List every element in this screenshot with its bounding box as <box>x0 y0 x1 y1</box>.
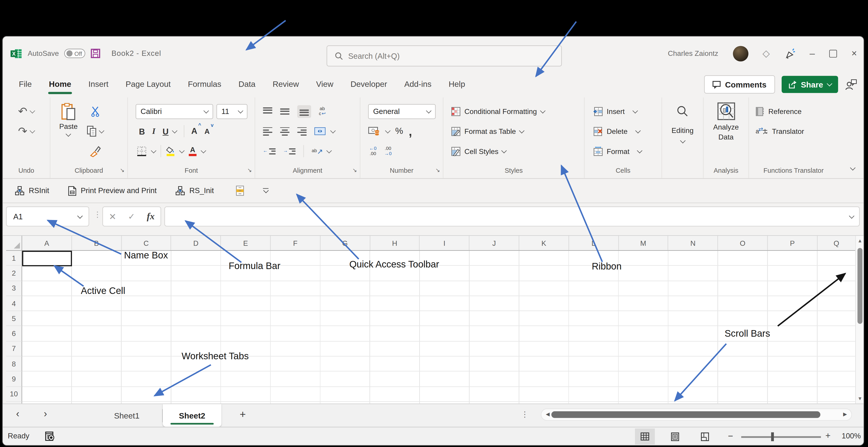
tab-page-layout[interactable]: Page Layout <box>125 76 172 92</box>
chevron-down-icon[interactable] <box>327 148 332 153</box>
zoom-out-button[interactable]: − <box>728 431 733 441</box>
format-as-table-button[interactable]: Format as Table <box>451 126 524 136</box>
grid-cells-row[interactable] <box>22 281 855 296</box>
column-header[interactable]: G <box>320 236 370 250</box>
zoom-in-button[interactable]: + <box>825 431 831 441</box>
align-top-icon[interactable] <box>263 107 273 116</box>
close-button[interactable]: × <box>851 48 857 59</box>
column-header[interactable]: N <box>668 236 718 250</box>
row-header[interactable]: 6 <box>6 326 22 342</box>
column-header[interactable]: M <box>619 236 668 250</box>
increase-indent-icon[interactable]: → <box>283 147 296 155</box>
avatar[interactable] <box>733 46 748 61</box>
enter-icon[interactable]: ✓ <box>128 212 135 221</box>
sheet-tab-sheet2-active[interactable]: Sheet2 <box>163 404 222 427</box>
column-header[interactable]: K <box>519 236 569 250</box>
delete-cells-button[interactable]: Delete <box>593 126 640 136</box>
tab-formulas[interactable]: Formulas <box>187 76 222 92</box>
zoom-slider-track[interactable] <box>741 436 821 438</box>
previous-sheet-icon[interactable]: ‹ <box>16 408 20 419</box>
ribbon-group-editing[interactable]: Editing <box>662 97 704 178</box>
qat-overflow-button[interactable] <box>263 188 269 193</box>
column-header[interactable]: Q <box>817 236 855 250</box>
scroll-down-icon[interactable]: ▼ <box>856 396 864 401</box>
wrap-text-icon[interactable]: ab c ↩ <box>319 106 326 117</box>
redo-icon[interactable]: ↷ <box>18 126 27 137</box>
number-format-select[interactable]: General <box>368 104 436 119</box>
column-header[interactable]: F <box>271 236 320 250</box>
row-header[interactable]: 7 <box>6 342 22 357</box>
page-layout-view-button[interactable] <box>665 428 685 445</box>
qat-rsinit-button[interactable]: RSInit <box>15 186 49 196</box>
column-header[interactable]: D <box>171 236 221 250</box>
grid-cells-row[interactable] <box>22 402 855 403</box>
chevron-down-icon[interactable] <box>151 148 156 153</box>
tab-home[interactable]: Home <box>48 76 72 92</box>
grid-cells-row[interactable] <box>22 311 855 326</box>
name-box[interactable]: A1 <box>6 206 89 226</box>
increase-decimal-button[interactable]: ←0 .00 <box>369 146 376 156</box>
grid-cells-row[interactable] <box>22 342 855 357</box>
cut-scissors-icon[interactable] <box>90 106 101 117</box>
row-header[interactable]: 1 <box>6 251 22 266</box>
tab-developer[interactable]: Developer <box>349 76 388 92</box>
merge-center-icon[interactable] <box>314 127 326 135</box>
column-header[interactable]: H <box>370 236 420 250</box>
copy-icon[interactable] <box>87 126 97 137</box>
decrease-indent-icon[interactable]: ← <box>263 147 275 155</box>
share-button[interactable]: Share <box>781 76 838 93</box>
active-cell-a1[interactable] <box>22 251 72 266</box>
next-sheet-icon[interactable]: › <box>44 408 47 419</box>
tab-help[interactable]: Help <box>447 76 466 92</box>
percent-style-button[interactable]: % <box>395 126 403 136</box>
cancel-icon[interactable]: ✕ <box>109 211 116 222</box>
tab-file[interactable]: File <box>18 76 33 92</box>
page-break-preview-button[interactable] <box>695 428 715 445</box>
insert-cells-button[interactable]: Insert <box>593 106 637 116</box>
chevron-down-icon[interactable] <box>201 148 206 153</box>
comments-button[interactable]: Comments <box>704 75 775 94</box>
translator-button[interactable]: Translator <box>772 127 804 135</box>
row-header[interactable]: 10 <box>6 387 22 402</box>
qat-rs-init-button[interactable]: RS_Init <box>176 186 214 196</box>
dialog-launcher-icon[interactable]: ↘ <box>120 167 125 173</box>
cell-styles-button[interactable]: Cell Styles <box>451 147 506 156</box>
decrease-font-button[interactable]: A v <box>205 126 210 136</box>
scroll-up-icon[interactable]: ▲ <box>856 238 864 244</box>
minimize-button[interactable]: – <box>810 48 815 59</box>
insert-function-icon[interactable]: fx <box>147 211 155 222</box>
column-header[interactable]: E <box>221 236 271 250</box>
grid-cells-row[interactable] <box>22 387 855 402</box>
chevron-down-icon[interactable] <box>30 108 35 113</box>
chevron-down-icon[interactable] <box>172 128 177 133</box>
expand-formula-bar-chevron-icon[interactable] <box>849 213 855 218</box>
autosave-toggle[interactable]: Off <box>64 49 86 58</box>
grid-cells-row[interactable] <box>22 372 855 387</box>
align-middle-icon[interactable] <box>280 107 290 116</box>
column-header[interactable]: C <box>122 236 172 250</box>
maximize-button[interactable] <box>829 50 837 57</box>
macro-record-icon[interactable] <box>45 431 55 441</box>
column-header[interactable]: I <box>420 236 470 250</box>
row-header[interactable]: 8 <box>6 357 22 372</box>
column-header[interactable]: L <box>569 236 619 250</box>
format-cells-button[interactable]: Format <box>593 147 642 156</box>
qat-print-preview-button[interactable]: Print Preview and Print <box>68 186 157 196</box>
dialog-launcher-icon[interactable]: ↘ <box>247 167 252 173</box>
align-bottom-icon[interactable] <box>297 105 311 118</box>
decrease-decimal-button[interactable]: .00 →0 <box>384 146 392 156</box>
qat-cell-format-icon[interactable] <box>236 185 244 196</box>
horizontal-scrollbar[interactable]: ◀ ▶ <box>541 409 852 421</box>
tab-add-ins[interactable]: Add-ins <box>403 76 433 92</box>
tab-data[interactable]: Data <box>238 76 257 92</box>
comma-style-button[interactable]: , <box>409 128 412 134</box>
grid-cells-row[interactable] <box>22 296 855 311</box>
underline-button[interactable]: U <box>162 126 169 136</box>
select-all-corner[interactable] <box>6 236 22 250</box>
chevron-down-icon[interactable] <box>99 128 104 133</box>
add-sheet-button[interactable]: + <box>240 409 246 421</box>
vertical-scrollbar[interactable]: ▲ ▼ <box>855 236 864 404</box>
fill-color-button[interactable] <box>166 147 175 156</box>
align-center-icon[interactable] <box>280 127 290 135</box>
chevron-down-icon[interactable] <box>385 128 391 133</box>
